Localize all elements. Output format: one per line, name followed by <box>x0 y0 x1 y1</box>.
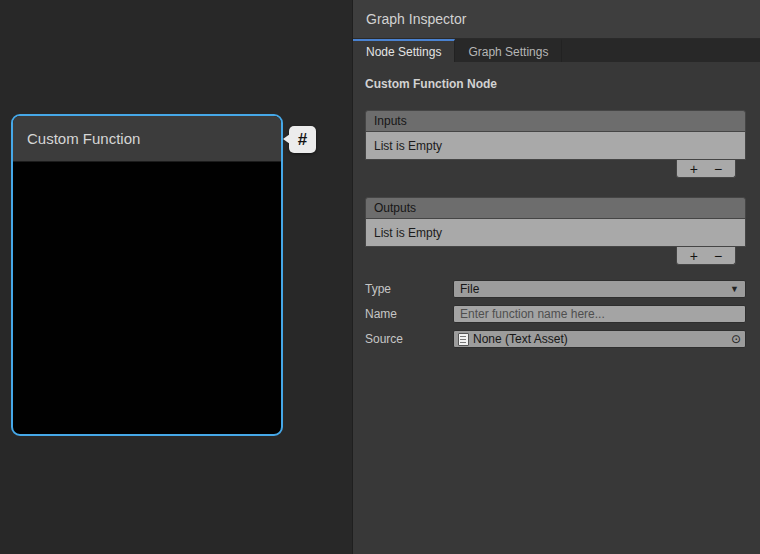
outputs-list-footer: + − <box>365 247 746 265</box>
text-asset-icon <box>458 333 469 346</box>
outputs-remove-button[interactable]: − <box>714 249 722 263</box>
inputs-empty-label: List is Empty <box>374 139 442 153</box>
outputs-list-empty-row: List is Empty <box>365 219 746 247</box>
outputs-list-header: Outputs <box>365 197 746 219</box>
source-object-field[interactable]: None (Text Asset) ⊙ <box>453 330 746 348</box>
name-label: Name <box>365 307 453 321</box>
outputs-empty-label: List is Empty <box>374 226 442 240</box>
inputs-add-button[interactable]: + <box>690 162 698 176</box>
type-dropdown-value: File <box>460 282 479 296</box>
chevron-down-icon: ▼ <box>730 284 739 294</box>
tab-graph-settings-label: Graph Settings <box>468 45 548 59</box>
hash-icon: # <box>298 131 307 148</box>
inputs-remove-button[interactable]: − <box>714 162 722 176</box>
outputs-add-button[interactable]: + <box>690 249 698 263</box>
function-name-input[interactable] <box>453 305 746 323</box>
name-row: Name <box>365 305 746 323</box>
inputs-list-header: Inputs <box>365 110 746 132</box>
node-preview <box>13 162 281 434</box>
custom-function-node[interactable]: Custom Function <box>11 114 283 436</box>
type-dropdown[interactable]: File ▼ <box>453 280 746 298</box>
inspector-header: Graph Inspector <box>353 0 760 39</box>
source-object-value: None (Text Asset) <box>473 332 727 346</box>
object-picker-icon[interactable]: ⊙ <box>731 333 741 345</box>
node-header[interactable]: Custom Function <box>13 116 281 162</box>
inspector-content: Custom Function Node Inputs List is Empt… <box>353 77 760 348</box>
source-label: Source <box>365 332 453 346</box>
shader-graph-window: { "node": { "title": "Custom Function", … <box>0 0 760 554</box>
inspector-title: Graph Inspector <box>366 11 466 27</box>
tab-graph-settings[interactable]: Graph Settings <box>455 39 562 62</box>
outputs-footer-box: + − <box>676 247 736 265</box>
type-row: Type File ▼ <box>365 280 746 298</box>
code-preview-badge[interactable]: # <box>289 126 316 153</box>
type-label: Type <box>365 282 453 296</box>
inputs-list-empty-row: List is Empty <box>365 132 746 160</box>
inputs-list-footer: + − <box>365 160 746 178</box>
inputs-footer-box: + − <box>676 160 736 178</box>
section-title: Custom Function Node <box>365 77 746 91</box>
inputs-list: Inputs List is Empty + − <box>365 110 746 178</box>
node-title: Custom Function <box>27 130 140 147</box>
graph-inspector-panel: Graph Inspector Node Settings Graph Sett… <box>352 0 760 554</box>
source-row: Source None (Text Asset) ⊙ <box>365 330 746 348</box>
outputs-list: Outputs List is Empty + − <box>365 197 746 265</box>
tab-node-settings[interactable]: Node Settings <box>353 39 455 62</box>
tab-node-settings-label: Node Settings <box>366 45 441 59</box>
node-properties: Type File ▼ Name Source None (Text Asset… <box>365 280 746 348</box>
inspector-tabbar: Node Settings Graph Settings <box>353 39 760 62</box>
